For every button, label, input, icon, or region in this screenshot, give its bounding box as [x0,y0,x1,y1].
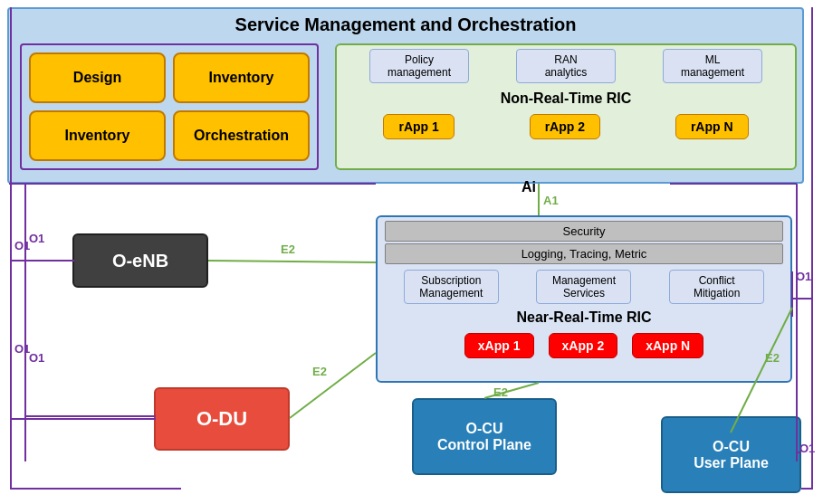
xapp-row: xApp 1 xApp 2 xApp N [378,326,790,362]
nrrt-ric-box: Security Logging, Tracing, Metric Subscr… [376,215,792,383]
mgmt-row: SubscriptionManagement ManagementService… [378,266,790,308]
smo-box: Service Management and Orchestration Des… [7,7,804,184]
xapp-2: xApp 2 [549,333,618,358]
nrt-policy-mgmt: Policymanagement [369,49,469,83]
smo-item-inventory-bottom: Inventory [29,110,166,161]
svg-text:O1: O1 [14,342,30,356]
smo-left-grid: Design Inventory Inventory Orchestration [20,43,319,170]
security-bar: Security [385,221,783,242]
svg-text:O1: O1 [29,351,44,365]
smo-item-inventory-top: Inventory [173,52,310,103]
odu-label: O-DU [196,407,247,431]
nrt-ric-box: Policymanagement RANanalytics MLmanageme… [335,43,797,170]
svg-line-17 [208,261,376,262]
diagram-container: Service Management and Orchestration Des… [0,0,823,504]
svg-text:E2: E2 [281,242,295,256]
svg-line-21 [484,383,539,398]
xapp-1: xApp 1 [464,333,534,358]
logging-bar: Logging, Tracing, Metric [385,243,783,264]
nrt-rapp-row: rApp 1 rApp 2 rApp N [337,109,795,139]
svg-text:E2: E2 [312,365,327,378]
conflict-mitigation: ConflictMitigation [669,270,764,304]
smo-item-design: Design [29,52,166,103]
svg-line-19 [290,353,376,418]
rapp-n: rApp N [675,114,749,139]
rapp-1: rApp 1 [383,114,454,139]
ocu-up-label: O-CUUser Plane [694,439,769,471]
nrrt-ric-title: Near-Real-Time RIC [378,309,790,326]
xapp-n: xApp N [632,333,703,358]
svg-text:O1: O1 [799,442,815,455]
rapp-2: rApp 2 [530,114,600,139]
smo-item-orchestration: Orchestration [173,110,310,161]
nrt-ric-title: Non-Real-Time RIC [337,87,795,109]
svg-text:E2: E2 [493,385,508,399]
smo-title: Service Management and Orchestration [9,9,802,39]
nrt-services-row: Policymanagement RANanalytics MLmanageme… [337,45,795,87]
subscription-mgmt: SubscriptionManagement [404,270,499,304]
svg-text:A1: A1 [543,194,559,207]
nrt-ran-analytics: RANanalytics [516,49,616,83]
management-services: ManagementServices [536,270,631,304]
nrt-ml-mgmt: MLmanagement [663,49,762,83]
ocu-cp-label: O-CUControl Plane [437,421,531,453]
oenb-label: O-eNB [112,251,168,271]
ocu-cp-box: O-CUControl Plane [412,398,557,475]
svg-text:O1: O1 [796,270,811,283]
svg-text:O1: O1 [14,239,30,252]
odu-box: O-DU [154,387,290,451]
ocu-up-box: O-CUUser Plane [661,416,801,493]
oenb-box: O-eNB [72,233,208,288]
svg-text:O1: O1 [29,232,44,245]
